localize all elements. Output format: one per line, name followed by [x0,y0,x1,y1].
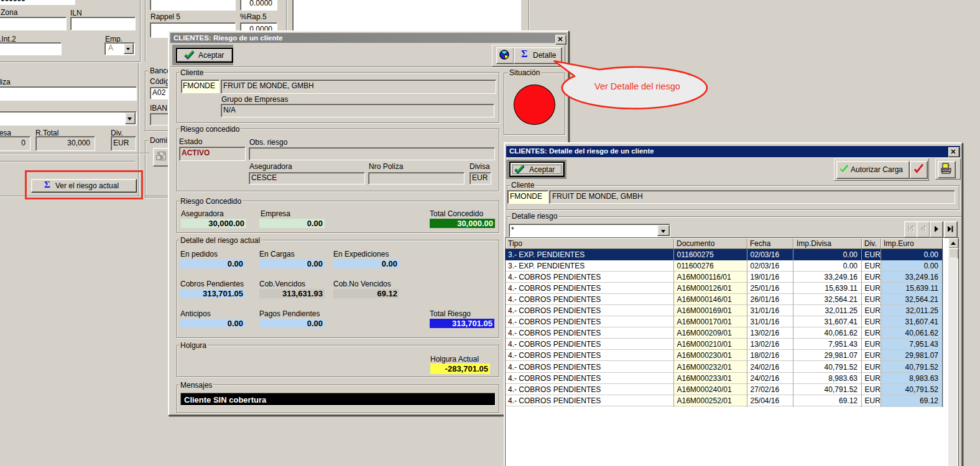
svg-text:Ver Detalle del riesgo: Ver Detalle del riesgo [594,81,680,91]
